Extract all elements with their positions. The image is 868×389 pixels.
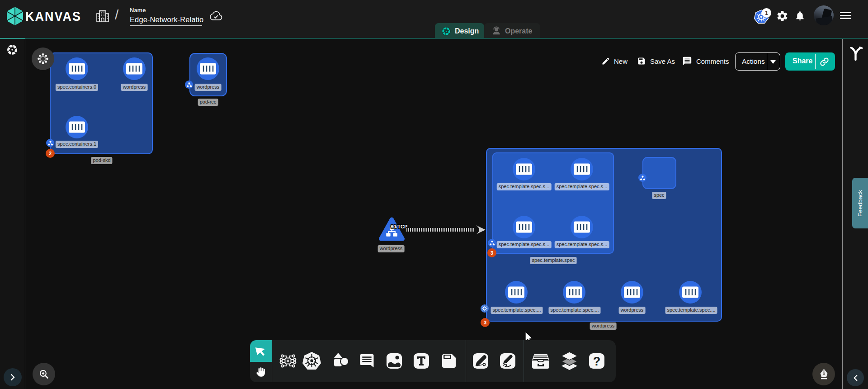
svg-text:?: ? <box>593 355 601 368</box>
